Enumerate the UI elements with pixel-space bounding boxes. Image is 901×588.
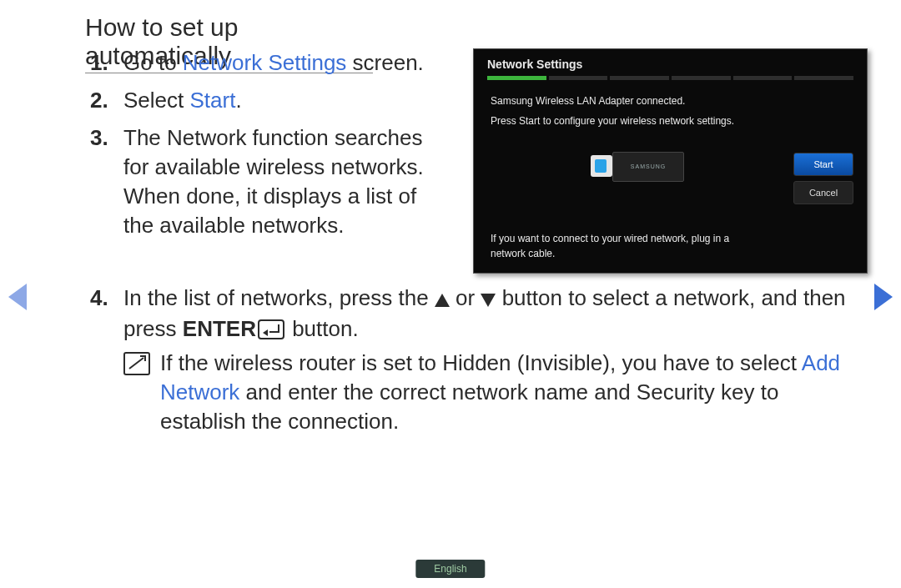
text: screen. (346, 50, 424, 75)
panel-footer-text: If you want to connect to your wired net… (491, 231, 767, 261)
start-button[interactable]: Start (793, 153, 853, 176)
text: Go to (123, 50, 183, 75)
progress-seg (487, 76, 546, 80)
text: Select (123, 88, 190, 113)
enter-icon (258, 319, 284, 339)
adapter-icon: SAMSUNG (591, 152, 682, 180)
progress-seg (794, 76, 853, 80)
note: If the wireless router is set to Hidden … (123, 349, 849, 436)
steps-list: 1. Go to Network Settings screen. 2. Sel… (90, 48, 449, 249)
text: and enter the correct network name and S… (160, 379, 778, 434)
adapter-body-label: SAMSUNG (612, 152, 684, 182)
step-num: 3. (90, 123, 123, 240)
step-1: 1. Go to Network Settings screen. (90, 48, 449, 78)
progress-seg (549, 76, 608, 80)
next-page-icon[interactable] (874, 284, 893, 310)
language-badge: English (415, 560, 485, 578)
step-body: The Network function searches for availa… (123, 123, 449, 240)
up-triangle-icon (435, 285, 450, 314)
step-2: 2. Select Start. (90, 86, 449, 115)
text: . (235, 88, 241, 113)
panel-title: Network Settings (474, 49, 867, 76)
link-network-settings: Network Settings (183, 50, 347, 75)
cancel-button[interactable]: Cancel (793, 181, 853, 204)
progress-seg (733, 76, 793, 80)
svg-marker-0 (435, 294, 450, 307)
note-icon (123, 352, 150, 375)
progress-seg (672, 76, 731, 80)
step-num: 2. (90, 86, 123, 115)
panel-buttons: Start Cancel (793, 153, 853, 209)
text: In the list of networks, press the (123, 285, 435, 310)
svg-marker-1 (481, 294, 496, 307)
progress-bar (474, 76, 867, 88)
step-body: Select Start. (123, 86, 449, 115)
link-start: Start (190, 88, 236, 113)
step-3: 3. The Network function searches for ava… (90, 123, 449, 240)
progress-seg (610, 76, 669, 80)
step-body: Go to Network Settings screen. (123, 48, 449, 78)
step-num: 1. (90, 48, 123, 78)
panel-message-2: Press Start to configure your wireless n… (474, 113, 867, 133)
text: button. (286, 316, 359, 341)
text: or (450, 285, 481, 310)
step-4: 4. In the list of networks, press the or… (90, 284, 849, 344)
step-num: 4. (90, 284, 123, 344)
text: If the wireless router is set to Hidden … (160, 350, 802, 375)
network-settings-panel: Network Settings Samsung Wireless LAN Ad… (473, 48, 868, 274)
down-triangle-icon (481, 285, 496, 314)
usb-plug-icon (591, 155, 612, 177)
step-body: In the list of networks, press the or bu… (123, 284, 849, 344)
panel-message-1: Samsung Wireless LAN Adapter connected. (474, 88, 867, 113)
enter-label: ENTER (183, 316, 256, 341)
prev-page-icon[interactable] (8, 284, 27, 310)
note-body: If the wireless router is set to Hidden … (160, 349, 849, 436)
